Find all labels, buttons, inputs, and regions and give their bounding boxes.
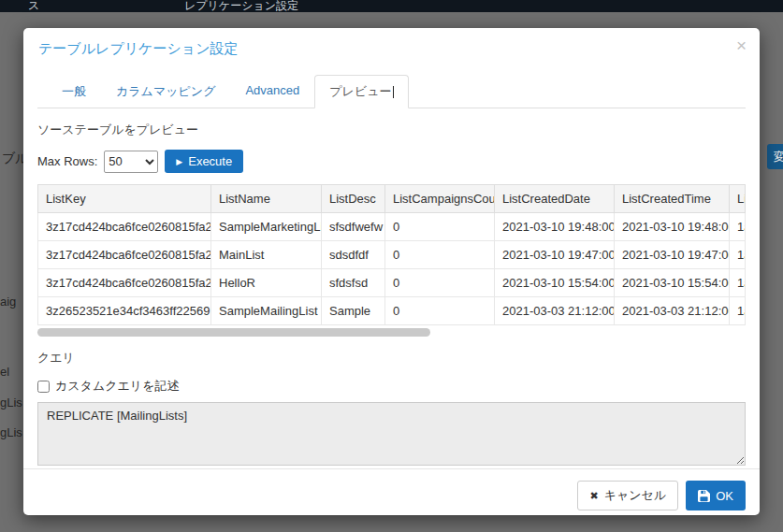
table-cell: 0 (385, 269, 495, 297)
tab-preview-label: プレビュー (329, 84, 391, 98)
background-navbar: ス レプリケーション設定 (0, 0, 783, 12)
table-cell: MainList (211, 241, 322, 269)
custom-query-checkbox[interactable] (37, 381, 50, 393)
column-header: ListKey (38, 185, 211, 213)
column-header: Lis (730, 185, 746, 213)
preview-section-title: ソーステーブルをプレビュー (37, 122, 746, 138)
x-icon: ✖ (589, 490, 598, 502)
max-rows-select[interactable]: 50 (104, 151, 158, 173)
tab-general[interactable]: 一般 (47, 75, 101, 108)
preview-table: ListKey ListName ListDesc ListCampaignsC… (37, 184, 746, 325)
table-cell: 1a (730, 241, 746, 269)
table-cell: 2021-03-10 19:47:00 (615, 241, 730, 269)
table-cell: 2021-03-03 21:12:00 (495, 297, 615, 325)
column-header: ListName (211, 185, 322, 213)
navbar-text-fragment: レプリケーション設定 (184, 0, 298, 12)
table-cell: 1a (730, 269, 746, 297)
table-cell: sfdsfsd (322, 269, 385, 297)
execute-button[interactable]: ▶ Execute (165, 150, 243, 173)
ok-button-label: OK (716, 489, 733, 503)
background-change-button: 変 (767, 144, 783, 169)
table-cell: SampleMailingList (211, 297, 322, 325)
table-row: 3z17cd424bca6fce0260815fa2... HelloR sfd… (38, 269, 746, 297)
cancel-button[interactable]: ✖ キャンセル (577, 481, 678, 510)
table-cell: 2021-03-10 19:48:00 (495, 213, 615, 241)
table-cell: 3z17cd424bca6fce0260815fa2... (38, 241, 211, 269)
ok-button[interactable]: OK (686, 481, 746, 510)
query-textarea[interactable]: REPLICATE [MailingLists] (37, 402, 746, 466)
table-cell: 2021-03-03 21:12:00 (615, 297, 730, 325)
background-text-fragment: el (0, 365, 9, 379)
table-cell: 2021-03-10 19:47:00 (495, 241, 615, 269)
column-header: ListCreatedDate (495, 185, 615, 213)
table-cell: 2021-03-10 15:54:00 (615, 269, 730, 297)
cancel-button-label: キャンセル (604, 487, 667, 504)
tab-advanced[interactable]: Advanced (230, 75, 314, 108)
background-text-fragment: aig (0, 295, 16, 309)
table-cell: 2021-03-10 15:54:00 (495, 269, 615, 297)
text-cursor (393, 86, 394, 98)
play-icon: ▶ (176, 157, 182, 166)
save-icon (698, 490, 710, 502)
tab-preview[interactable]: プレビュー (314, 75, 409, 108)
query-section-title: クエリ (37, 350, 746, 367)
background-text-fragment: gLis (0, 395, 22, 410)
column-header: ListCampaignsCount (385, 185, 495, 213)
table-cell: 2021-03-10 19:48:00 (615, 213, 730, 241)
table-cell: 1a (730, 213, 746, 241)
custom-query-label: カスタムクエリを記述 (55, 378, 179, 395)
table-cell: 1a (730, 297, 746, 325)
max-rows-label: Max Rows: (37, 154, 97, 168)
table-cell: sdsdfdf (322, 241, 385, 269)
horizontal-scrollbar-thumb[interactable] (37, 328, 430, 337)
column-header: ListDesc (322, 185, 385, 213)
execute-button-label: Execute (188, 154, 232, 168)
table-cell: 0 (385, 297, 495, 325)
preview-controls: Max Rows: 50 ▶ Execute (37, 150, 746, 173)
table-cell: Sample (322, 297, 385, 325)
dialog-title: テーブルレプリケーション設定 (38, 40, 239, 56)
table-row: 3z17cd424bca6fce0260815fa2... MainList s… (38, 241, 746, 269)
table-row: 3z26523521e34cf3463ff22569... SampleMail… (38, 297, 746, 325)
table-row: 3z17cd424bca6fce0260815fa2... SampleMark… (38, 213, 746, 241)
dialog-header: テーブルレプリケーション設定 × (23, 28, 760, 60)
column-header: ListCreatedTime (615, 185, 730, 213)
navbar-text-fragment: ス (28, 0, 39, 12)
dialog-footer: ✖ キャンセル OK (23, 468, 760, 522)
table-cell: 3z17cd424bca6fce0260815fa2... (38, 213, 211, 241)
table-header-row: ListKey ListName ListDesc ListCampaignsC… (38, 185, 746, 213)
dialog-body: 一般 カラムマッピング Advanced プレビュー ソーステーブルをプレビュー… (23, 60, 760, 468)
table-cell: SampleMarketingList (211, 213, 322, 241)
horizontal-scrollbar-track (37, 328, 746, 337)
table-cell: 0 (385, 213, 495, 241)
table-replication-settings-dialog: テーブルレプリケーション設定 × 一般 カラムマッピング Advanced プレ… (23, 28, 760, 515)
close-icon[interactable]: × (736, 36, 747, 54)
table-cell: 3z26523521e34cf3463ff22569... (38, 297, 211, 325)
tab-bar: 一般 カラムマッピング Advanced プレビュー (37, 75, 746, 108)
table-cell: HelloR (211, 269, 322, 297)
table-cell: 0 (385, 241, 495, 269)
tab-column-mapping[interactable]: カラムマッピング (101, 75, 230, 108)
table-cell: 3z17cd424bca6fce0260815fa2... (38, 269, 211, 297)
background-text-fragment: gLis (0, 425, 22, 439)
table-cell: sfsdfwefw (322, 213, 385, 241)
custom-query-row: カスタムクエリを記述 (37, 378, 746, 395)
